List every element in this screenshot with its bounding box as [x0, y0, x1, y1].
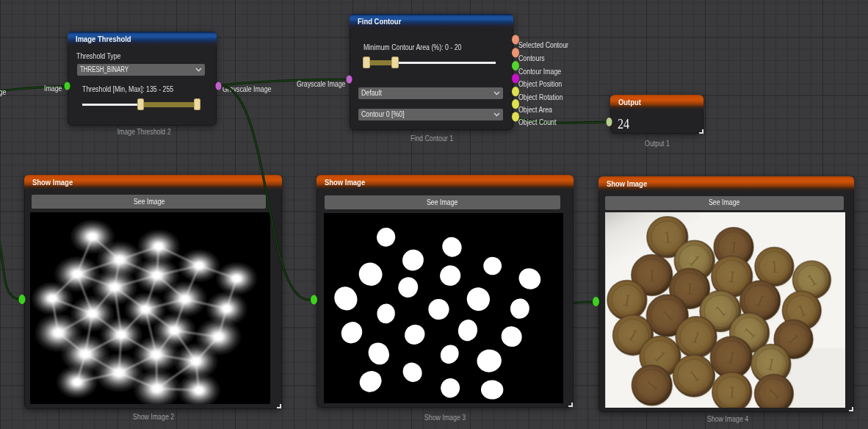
svg-text:1: 1 [684, 279, 693, 298]
svg-text:1: 1 [662, 228, 672, 248]
svg-text:1: 1 [727, 383, 737, 403]
svg-text:1: 1 [769, 257, 778, 277]
svg-text:1: 1 [647, 266, 656, 285]
